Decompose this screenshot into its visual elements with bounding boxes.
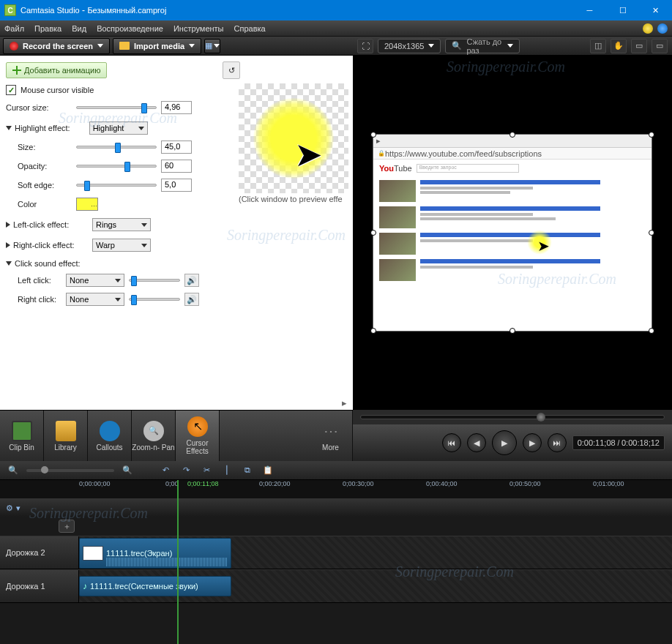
list-item bbox=[379, 259, 646, 281]
redo-button[interactable]: ↷ bbox=[179, 464, 193, 477]
rightclick-volume-slider[interactable] bbox=[129, 298, 180, 301]
softedge-label: Soft edge: bbox=[18, 181, 72, 190]
prev-button[interactable]: ⏮ bbox=[442, 433, 461, 452]
next-button[interactable]: ⏭ bbox=[548, 433, 567, 452]
resize-handle[interactable] bbox=[649, 132, 654, 138]
rightclick-effect-dropdown[interactable]: Warp bbox=[92, 239, 151, 252]
opacity-field[interactable]: 60 bbox=[161, 160, 192, 173]
view2-icon[interactable]: ▭ bbox=[652, 39, 668, 53]
resize-handle[interactable] bbox=[509, 328, 515, 334]
list-item bbox=[379, 180, 646, 202]
leftclick-sound-label: Left click: bbox=[18, 276, 61, 285]
tab-cursor-effects[interactable]: Cursor Effects bbox=[176, 411, 220, 461]
produce-button[interactable]: ▦ bbox=[204, 39, 220, 53]
resize-handle[interactable] bbox=[649, 230, 654, 236]
size-field[interactable]: 45,0 bbox=[161, 141, 192, 154]
cursor-size-slider[interactable] bbox=[76, 106, 157, 109]
chevron-right-icon[interactable] bbox=[6, 242, 10, 248]
view1-icon[interactable]: ▭ bbox=[631, 39, 647, 53]
cursor-highlight-overlay: ➤ bbox=[527, 230, 552, 255]
undo-button[interactable]: ↶ bbox=[158, 464, 173, 477]
tab-clipbin[interactable]: Clip Bin bbox=[0, 411, 44, 461]
zoom-out-button[interactable]: 🔍 bbox=[6, 464, 20, 477]
close-button[interactable]: ✕ bbox=[639, 0, 672, 20]
opacity-slider[interactable] bbox=[76, 165, 157, 168]
dimensions-dropdown[interactable]: 2048x1365 bbox=[378, 39, 441, 53]
record-screen-button[interactable]: Record the screen bbox=[3, 38, 110, 54]
cursor-size-field[interactable]: 4,96 bbox=[161, 101, 192, 114]
paste-button[interactable]: 📋 bbox=[261, 464, 275, 477]
playhead[interactable] bbox=[177, 480, 179, 644]
cursor-visible-checkbox[interactable]: ✓ bbox=[6, 85, 16, 95]
menubar: Файл Правка Вид Воспроизведение Инструме… bbox=[0, 20, 672, 37]
tab-library[interactable]: Library bbox=[44, 411, 88, 461]
add-track-button[interactable]: ＋ bbox=[59, 520, 75, 533]
menu-playback[interactable]: Воспроизведение bbox=[97, 24, 163, 33]
chevron-down-icon[interactable] bbox=[6, 261, 12, 266]
leftclick-effect-dropdown[interactable]: Rings bbox=[92, 218, 151, 231]
import-media-button[interactable]: Import media bbox=[113, 38, 201, 54]
resize-handle[interactable] bbox=[509, 132, 515, 138]
menu-help[interactable]: Справка bbox=[234, 24, 266, 33]
shrink-dropdown[interactable]: 🔍Сжать до раз bbox=[445, 39, 520, 53]
minimize-button[interactable]: ─ bbox=[573, 0, 606, 20]
leftclick-effect-label: Left-click effect: bbox=[13, 220, 89, 229]
effect-preview[interactable]: ➤ (Click window to preview effe bbox=[239, 83, 348, 203]
speaker-icon[interactable]: 🔊 bbox=[184, 293, 199, 306]
step-back-button[interactable]: ◀ bbox=[467, 433, 486, 452]
maximize-button[interactable]: ☐ bbox=[606, 0, 639, 20]
opacity-label: Opacity: bbox=[18, 162, 72, 171]
menu-view[interactable]: Вид bbox=[72, 24, 86, 33]
video-clip[interactable]: 11111.trec(Экран) bbox=[79, 538, 231, 569]
softedge-slider[interactable] bbox=[76, 184, 157, 187]
track-label[interactable]: Дорожка 1 bbox=[0, 570, 79, 602]
chevron-down-icon bbox=[189, 44, 195, 48]
resize-handle[interactable] bbox=[370, 230, 376, 236]
crop-icon[interactable]: ◫ bbox=[590, 39, 606, 53]
resize-handle[interactable] bbox=[370, 328, 376, 334]
chevron-right-icon[interactable] bbox=[6, 222, 10, 228]
menu-edit[interactable]: Правка bbox=[34, 24, 61, 33]
rightclick-sound-label: Right click: bbox=[18, 295, 61, 304]
pan-icon[interactable]: ✋ bbox=[611, 39, 627, 53]
fullscreen-icon[interactable]: ⛶ bbox=[357, 39, 373, 53]
play-button[interactable]: ▶ bbox=[492, 430, 517, 455]
resize-handle[interactable] bbox=[370, 132, 376, 138]
split-button[interactable]: ⎮ bbox=[220, 464, 234, 477]
size-slider[interactable] bbox=[76, 146, 157, 149]
timeline-ruler[interactable]: 0;00:00;00 0;00 0;00:11;08 0;00:20;00 0;… bbox=[0, 480, 672, 499]
url-text: https://www.youtube.com/feed/subscriptio… bbox=[385, 149, 542, 158]
seek-bar[interactable] bbox=[353, 410, 672, 424]
menu-tools[interactable]: Инструменты bbox=[173, 24, 224, 33]
video-canvas[interactable]: ▸ 🔒 https://www.youtube.com/feed/subscri… bbox=[373, 134, 652, 332]
cursor-icon: ➤ bbox=[294, 135, 323, 174]
speaker-icon[interactable]: 🔊 bbox=[184, 274, 199, 287]
audio-clip[interactable]: ♪ 11111.trec(Системные звуки) bbox=[79, 576, 231, 596]
menu-file[interactable]: Файл bbox=[4, 24, 24, 33]
chevron-down-icon[interactable] bbox=[6, 126, 12, 130]
tab-more[interactable]: ⋯More bbox=[309, 411, 353, 461]
tab-zoom[interactable]: 🔍Zoom-n- Pan bbox=[132, 411, 176, 461]
cut-button[interactable]: ✂ bbox=[199, 464, 214, 477]
track-label[interactable]: Дорожка 2 bbox=[0, 536, 79, 569]
zoom-in-button[interactable]: 🔍 bbox=[120, 464, 135, 477]
titlebar: C Camtasia Studio - Безымянный.camproj ─… bbox=[0, 0, 672, 20]
reset-button[interactable]: ↺ bbox=[223, 61, 240, 79]
leftclick-volume-slider[interactable] bbox=[129, 279, 180, 282]
scroll-right-icon[interactable]: ▸ bbox=[0, 396, 353, 410]
highlight-effect-dropdown[interactable]: Highlight bbox=[89, 121, 148, 135]
leftclick-sound-dropdown[interactable]: None bbox=[66, 274, 124, 287]
add-animation-button[interactable]: Добавить анимацию bbox=[6, 62, 107, 78]
help-icon[interactable] bbox=[657, 23, 668, 34]
step-fwd-button[interactable]: ▶ bbox=[523, 433, 542, 452]
click-sound-label: Click sound effect: bbox=[15, 259, 81, 268]
gear-button[interactable]: ⚙ ▾ bbox=[6, 501, 20, 514]
rightclick-sound-dropdown[interactable]: None bbox=[66, 293, 124, 306]
color-picker-button[interactable]: … bbox=[76, 198, 98, 211]
zoom-slider[interactable] bbox=[26, 469, 114, 472]
tips-icon[interactable] bbox=[643, 23, 653, 34]
copy-button[interactable]: ⧉ bbox=[240, 464, 255, 477]
tab-callouts[interactable]: Callouts bbox=[88, 411, 132, 461]
resize-handle[interactable] bbox=[649, 328, 654, 334]
softedge-field[interactable]: 5,0 bbox=[161, 179, 192, 192]
